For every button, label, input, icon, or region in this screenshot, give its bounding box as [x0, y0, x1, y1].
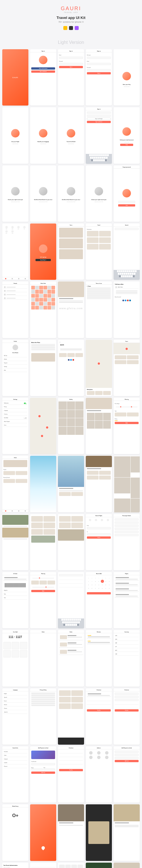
password-field[interactable]: [59, 63, 83, 65]
screen-splash[interactable]: GAURI: [2, 49, 28, 105]
screen-detail-gallery[interactable]: [86, 398, 112, 454]
screen-photo-profile[interactable]: [58, 804, 84, 861]
page-subtitle: 70+ screens for iphone X: [0, 21, 142, 23]
screen-deals-list[interactable]: Deals: [58, 630, 84, 686]
screen-authors[interactable]: Authors: [86, 746, 112, 803]
screen-search-flights[interactable]: Search Flights From To Search: [86, 514, 112, 570]
screen-settings[interactable]: Settings Notifications Privacy Language …: [2, 398, 28, 454]
barcode: [4, 583, 26, 587]
screen-forgot[interactable]: Forgot password Send: [114, 165, 140, 222]
screen-signin-keyboard[interactable]: Sign in Sign in with Google Sign in with…: [86, 107, 112, 163]
tool-icon: [75, 26, 79, 30]
screen-walkthrough-key[interactable]: Save your Key Lorem ipsum dolor: [114, 49, 140, 105]
keyboard[interactable]: [58, 618, 84, 628]
keyboard[interactable]: [86, 154, 112, 164]
screen-cost-split[interactable]: Cost Split 111 · 1127: [2, 630, 28, 686]
screen-feed[interactable]: [2, 514, 28, 570]
screen-empty-2[interactable]: Get Best Hotel Deals for your tour Lorem…: [30, 165, 56, 222]
screen-reviews[interactable]: Reviews: [86, 630, 112, 686]
tool-icon: [69, 26, 73, 30]
screen-map-tours[interactable]: Tours: [114, 340, 140, 396]
screen-tours[interactable]: Tours: [58, 223, 84, 280]
screen-empty-4[interactable]: Check your right travel spot Lorem ipsum…: [86, 165, 112, 222]
screen-privacy[interactable]: Privacy Policy: [30, 688, 56, 745]
screen-signup[interactable]: Sign up Full name Email Password Sign up: [86, 49, 112, 105]
screen-social-links[interactable]: Social links Facebook Twitter Instagram …: [2, 746, 28, 803]
screen-empty-3[interactable]: Get Best Hotel Deals for your tour Lorem…: [58, 165, 84, 222]
screen-language[interactable]: Language English Spanish French German C…: [2, 688, 28, 745]
avatar[interactable]: [13, 345, 18, 350]
screen-photo-profile-2[interactable]: [114, 804, 140, 861]
screen-map-orange[interactable]: [30, 804, 56, 861]
screen-feed-2[interactable]: [30, 514, 56, 570]
map-pin-icon: [41, 845, 46, 850]
screen-blood-group[interactable]: Blood Group O+: [2, 804, 28, 861]
screen-gallery-grid[interactable]: Gallery: [58, 398, 84, 454]
screen-interior-photo[interactable]: [114, 863, 140, 868]
screen-ticket[interactable]: E-Ticket Flight No Gate Seat: [2, 572, 28, 628]
screen-search-kb[interactable]: Search: [114, 223, 140, 280]
screen-passenger[interactable]: Passenger Details: [114, 514, 140, 570]
screen-walkthrough-flight[interactable]: Get your flight Lorem ipsum dolor: [2, 107, 28, 163]
screen-food[interactable]: [86, 456, 112, 512]
screen-hero-sky[interactable]: [30, 456, 56, 512]
screen-article[interactable]: Trekking to Alps Author Name Share this …: [114, 281, 140, 338]
screen-grid-picker[interactable]: [58, 863, 84, 868]
screen-categories[interactable]: Hotels Flights Tours Cars Cruise Activit…: [2, 223, 28, 280]
facebook-button[interactable]: Sign in with Facebook: [31, 67, 55, 70]
screen-add-payment[interactable]: Add Payment method Card Number ExpiryCVV…: [30, 746, 56, 803]
signup-button[interactable]: Sign up: [87, 72, 111, 74]
screen-checkout[interactable]: Checkout Pay Now: [86, 688, 112, 745]
screen-signin-form[interactable]: Sign in Email Password Sign in: [58, 49, 84, 105]
screen-travel-list[interactable]: Travel Destinations: [86, 223, 112, 280]
page-header: GAURI TRAVEL APP Travel app UI Kit 70+ s…: [0, 0, 142, 36]
screen-deals[interactable]: Deals: [30, 630, 56, 686]
screen-verify-email[interactable]: Verify your email account We sent a code…: [114, 107, 140, 163]
screen-filtering[interactable]: Filtering Price Range Type Rating Apply: [114, 398, 140, 454]
tool-icon: [63, 26, 67, 30]
screen-dark-photo[interactable]: [86, 804, 112, 861]
screen-list-items[interactable]: [30, 863, 56, 868]
section-label-light: Light Version: [0, 40, 142, 45]
screen-empty-1[interactable]: Check your right travel spot Lorem ipsum…: [2, 165, 28, 222]
screen-feed-3[interactable]: [58, 514, 84, 570]
screen-walkthrough-baggage[interactable]: Handle your baggage Lorem ipsum dolor: [30, 107, 56, 163]
screen-walkthrough-world[interactable]: Travel the World Lorem ipsum dolor: [58, 107, 84, 163]
screen-checkout-2[interactable]: Checkout Pay Now: [114, 688, 140, 745]
screen-hero-balloons[interactable]: [58, 456, 84, 512]
screen-hero-detail[interactable]: www.gfxtra.com: [58, 281, 84, 338]
screen-flights-list[interactable]: Flights: [114, 572, 140, 628]
screen-2fa[interactable]: Two Factor Authentication Secure your ac…: [2, 863, 28, 868]
screen-map-full[interactable]: [30, 398, 56, 454]
screen-filtering-2[interactable]: Filtering Apply: [30, 572, 56, 628]
search-input[interactable]: [115, 228, 139, 230]
page-title: Travel app UI Kit: [0, 16, 142, 20]
screen-search-kb-2[interactable]: [58, 572, 84, 628]
screen-home[interactable]: Home Popular Recently Viewed: [2, 456, 28, 512]
screen-gallery-masonry[interactable]: [114, 456, 140, 512]
screen-cards-grid[interactable]: [58, 688, 84, 745]
screens-grid: GAURI Sign in Sign in with Facebook Sign…: [0, 49, 142, 868]
screen-profile[interactable]: Profile User Name My Trips Wishlist Paym…: [2, 340, 28, 396]
screen-add-payment-2[interactable]: Add Payment method Add Card: [114, 746, 140, 803]
keyboard[interactable]: [114, 270, 140, 280]
screen-signin-options[interactable]: Sign in Sign in with Facebook Sign in wi…: [30, 49, 56, 105]
screen-seat-select[interactable]: Select Seat: [30, 281, 56, 338]
email-button[interactable]: Sign in with Email: [31, 70, 55, 73]
screen-currency[interactable]: Currency USD EUR GBP JPY AUD CAD: [114, 630, 140, 686]
screen-map-nearby[interactable]: Nearby places: [86, 340, 112, 396]
screen-nature-photo[interactable]: [86, 863, 112, 868]
signin-button[interactable]: Sign in: [59, 66, 83, 68]
screen-price-detail[interactable]: From $225: [58, 340, 84, 396]
screen-checkout-3[interactable]: Checkout Pay Now: [58, 746, 84, 803]
screen-friends[interactable]: Friends: [2, 281, 28, 338]
email-field[interactable]: [59, 57, 83, 59]
screen-walkthrough-go[interactable]: Let's get go Sign Up/Sign In: [30, 223, 56, 280]
brand-logo: GAURI TRAVEL APP: [0, 6, 142, 13]
screen-calendar[interactable]: March 2024 1234567 891011121314 15161718…: [86, 572, 112, 628]
screen-about-place[interactable]: About this Place: [30, 340, 56, 396]
screen-terms[interactable]: Terms of use 1. Terms: [86, 281, 112, 338]
map-pin-icon[interactable]: [97, 362, 100, 365]
